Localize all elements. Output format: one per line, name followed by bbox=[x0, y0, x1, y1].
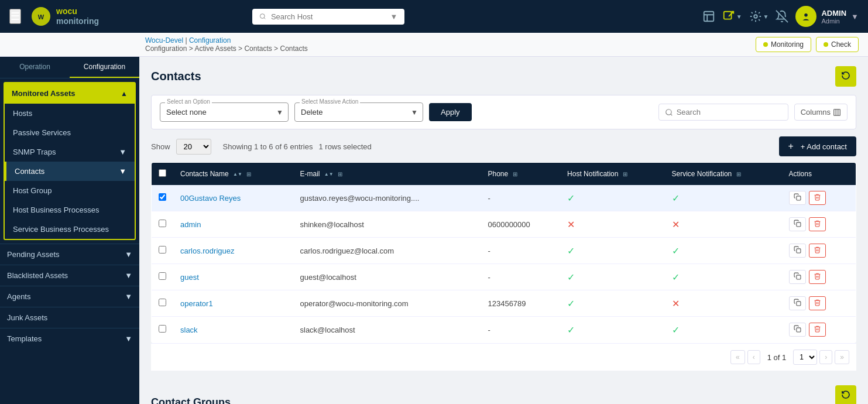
delete-btn[interactable] bbox=[809, 323, 826, 337]
contact-name-link[interactable]: guest bbox=[180, 273, 199, 282]
sidebar-item-contacts[interactable]: Contacts ▼ bbox=[5, 162, 135, 181]
tab-configuration[interactable]: Configuration bbox=[70, 57, 139, 78]
breadcrumb-section-link[interactable]: Configuration bbox=[189, 36, 231, 44]
check-dot-icon bbox=[824, 42, 828, 47]
email-col-icon[interactable]: ⊞ bbox=[338, 171, 342, 177]
contact-name-link[interactable]: operator1 bbox=[180, 299, 213, 308]
contact-name-link[interactable]: admin bbox=[180, 220, 201, 229]
search-host-input[interactable] bbox=[271, 12, 386, 21]
refresh-btn[interactable] bbox=[835, 66, 856, 87]
show-select[interactable]: 20 50 100 bbox=[176, 139, 211, 155]
delete-btn[interactable] bbox=[809, 270, 826, 284]
user-info: ADMIN Admin bbox=[821, 9, 846, 25]
copy-btn[interactable] bbox=[789, 296, 806, 310]
contact-email: guest@localhost bbox=[293, 264, 481, 290]
templates-section[interactable]: Templates ▼ bbox=[0, 328, 139, 349]
search-input[interactable] bbox=[677, 108, 782, 117]
gear-icon bbox=[749, 10, 762, 23]
row-checkbox-6[interactable] bbox=[159, 325, 166, 333]
contact-phone: - bbox=[481, 317, 560, 343]
delete-btn[interactable] bbox=[809, 191, 826, 205]
breadcrumb-company-link[interactable]: Wocu-Devel bbox=[145, 36, 183, 44]
svg-rect-9 bbox=[834, 109, 840, 115]
email-sort-icon[interactable]: ▲▼ bbox=[324, 172, 334, 177]
contact-name-link[interactable]: carlos.rodriguez bbox=[180, 246, 235, 255]
pagination: « ‹ 1 of 1 1 › » bbox=[151, 343, 856, 371]
copy-btn[interactable] bbox=[789, 191, 806, 205]
blacklisted-assets-section[interactable]: Blacklisted Assets ▼ bbox=[0, 265, 139, 286]
check-icon: ✓ bbox=[672, 325, 680, 335]
contact-groups-refresh-btn[interactable] bbox=[835, 385, 856, 404]
th-service-notification-label: Service Notification bbox=[672, 170, 732, 178]
check-btn[interactable]: Check bbox=[816, 37, 859, 52]
delete-btn[interactable] bbox=[809, 244, 826, 258]
notifications-icon-btn[interactable] bbox=[776, 10, 788, 23]
row-checkbox-1[interactable] bbox=[159, 193, 166, 201]
monitored-assets-header[interactable]: Monitored Assets ▲ bbox=[5, 83, 135, 104]
external-link-icon-btn[interactable]: ▼ bbox=[722, 10, 742, 23]
user-menu[interactable]: ADMIN Admin ▼ bbox=[795, 6, 858, 27]
delete-btn[interactable] bbox=[809, 296, 826, 310]
contact-host-notification: ✓ bbox=[560, 185, 664, 211]
monitoring-btn[interactable]: Monitoring bbox=[756, 37, 811, 52]
row-checkbox-2[interactable] bbox=[159, 220, 166, 227]
apply-button[interactable]: Apply bbox=[429, 103, 472, 121]
row-checkbox-5[interactable] bbox=[159, 299, 166, 306]
hamburger-menu[interactable]: ☰ bbox=[9, 9, 21, 24]
pending-assets-chevron-icon: ▼ bbox=[125, 250, 132, 259]
svg-rect-13 bbox=[796, 275, 800, 279]
search-host-bar[interactable]: ▼ bbox=[252, 9, 404, 25]
pending-assets-section[interactable]: Pending Assets ▼ bbox=[0, 244, 139, 265]
sidebar-item-passive-services[interactable]: Passive Services bbox=[5, 123, 135, 142]
sidebar-item-host-group[interactable]: Host Group bbox=[5, 181, 135, 200]
row-checkbox-4[interactable] bbox=[159, 272, 166, 280]
col-filter-icon[interactable]: ⊞ bbox=[246, 171, 251, 177]
select-option-dropdown[interactable]: Select an Option Select none ▼ bbox=[160, 102, 289, 122]
th-phone-label: Phone bbox=[488, 170, 508, 178]
page-dropdown[interactable]: 1 bbox=[793, 350, 817, 365]
copy-btn[interactable] bbox=[789, 244, 806, 258]
columns-button[interactable]: Columns bbox=[794, 104, 848, 121]
copy-btn[interactable] bbox=[789, 270, 806, 284]
settings-icon-btn[interactable]: ▼ bbox=[749, 10, 769, 23]
tab-operation[interactable]: Operation bbox=[0, 57, 70, 78]
user-role: Admin bbox=[821, 18, 846, 25]
sidebar-item-snmp-traps[interactable]: SNMP Traps ▼ bbox=[5, 142, 135, 162]
contact-email: operator@wocu-monitoring.com bbox=[293, 290, 481, 317]
first-page-btn[interactable]: « bbox=[730, 350, 745, 364]
prev-page-btn[interactable]: ‹ bbox=[747, 350, 760, 364]
contact-groups-refresh-icon bbox=[841, 390, 850, 399]
th-contacts-name: Contacts Name ▲▼ ⊞ bbox=[173, 163, 293, 186]
monitored-assets-chevron-icon: ▲ bbox=[121, 90, 128, 98]
svg-rect-10 bbox=[796, 196, 800, 200]
sidebar-item-service-business-processes[interactable]: Service Business Processes bbox=[5, 220, 135, 239]
brand-name: wocu monitoring bbox=[56, 6, 99, 26]
contact-name-link[interactable]: 00Gustavo Reyes bbox=[180, 194, 241, 203]
sidebar: Operation Configuration Monitored Assets… bbox=[0, 57, 139, 404]
th-host-notification: Host Notification ⊞ bbox=[560, 163, 664, 186]
search-box[interactable] bbox=[658, 104, 788, 121]
phone-col-icon[interactable]: ⊞ bbox=[513, 171, 517, 177]
select-action-dropdown[interactable]: Select Massive Action Delete ▼ bbox=[294, 102, 423, 122]
agents-section[interactable]: Agents ▼ bbox=[0, 286, 139, 307]
delete-btn[interactable] bbox=[809, 217, 826, 231]
sidebar-item-host-business-processes[interactable]: Host Business Processes bbox=[5, 200, 135, 220]
contact-groups-title: Contact Groups bbox=[151, 396, 231, 404]
breadcrumb-separator: | bbox=[185, 36, 187, 44]
row-checkbox-3[interactable] bbox=[159, 246, 166, 254]
host-notif-col-icon[interactable]: ⊞ bbox=[623, 171, 627, 177]
contact-name-link[interactable]: slack bbox=[180, 326, 198, 334]
reports-icon-btn[interactable] bbox=[702, 10, 715, 23]
sidebar-item-hosts[interactable]: Hosts bbox=[5, 104, 135, 123]
next-page-btn[interactable]: › bbox=[819, 350, 832, 364]
copy-btn[interactable] bbox=[789, 323, 806, 337]
add-contact-button[interactable]: + Add contact bbox=[779, 136, 857, 156]
check-icon: ✓ bbox=[672, 246, 680, 256]
sort-icon[interactable]: ▲▼ bbox=[233, 172, 242, 177]
copy-btn[interactable] bbox=[789, 217, 806, 231]
service-notif-col-icon[interactable]: ⊞ bbox=[736, 171, 741, 177]
junk-assets-section[interactable]: Junk Assets bbox=[0, 307, 139, 328]
last-page-btn[interactable]: » bbox=[835, 350, 849, 364]
select-all-checkbox[interactable] bbox=[159, 169, 166, 177]
wocu-logo-icon: W bbox=[30, 6, 52, 27]
